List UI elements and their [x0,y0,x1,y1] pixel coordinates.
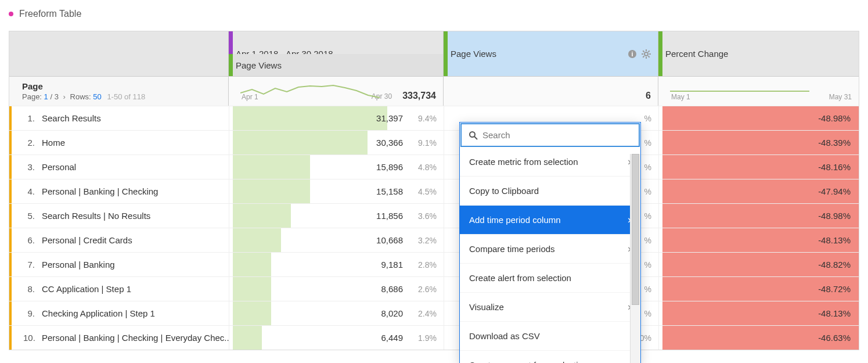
row-page-name: Personal | Credit Cards [42,235,132,245]
percent-change: -48.13% [818,308,851,318]
menu-item[interactable]: Compare time periods› [460,235,640,264]
col1-value[interactable]: 6,4491.9% [229,326,444,350]
row-label[interactable]: 6.Personal | Credit Cards [9,228,229,252]
rows-value[interactable]: 50 [93,92,101,101]
col2-total-peek: 6 [646,91,651,101]
table-row[interactable]: 3.Personal15,8964.8%%-48.16% [9,154,859,179]
row-label[interactable]: 9.Checking Application | Step 1 [9,301,229,325]
percent-change: -48.39% [818,138,851,148]
value-bar [233,131,368,154]
panel-title[interactable]: Freeform Table [19,9,81,19]
percent-change: -48.98% [818,113,851,123]
menu-search[interactable] [460,123,640,147]
table-row[interactable]: 5.Search Results | No Results11,8563.6%%… [9,203,859,228]
col3-value[interactable]: -48.39% [658,131,859,154]
row-label[interactable]: 7.Personal | Banking [9,253,229,276]
value-bar [233,228,281,252]
row-page-name: CC Application | Step 1 [42,284,131,294]
menu-item[interactable]: Visualize› [460,293,640,322]
col1-value[interactable]: 11,8563.6% [229,204,444,228]
freeform-table: Apr 1 2018 - Apr 30 2018 Page Views i Pe… [9,31,859,350]
menu-item[interactable]: Create metric from selection› [460,148,640,177]
svg-line-7 [643,51,644,52]
col3-value[interactable]: -48.82% [658,253,859,276]
table-row[interactable]: 4.Personal | Banking | Checking15,1584.5… [9,179,859,203]
col1-value[interactable]: 8,6862.6% [229,277,444,301]
value-bar [233,204,291,228]
menu-scrollbar[interactable] [630,154,640,363]
col1-value[interactable]: 30,3669.1% [229,131,444,154]
row-label[interactable]: 5.Search Results | No Results [9,204,229,228]
row-page-name: Search Results | No Results [42,211,150,221]
menu-item[interactable]: Add time period column› [460,206,640,235]
col3-value[interactable]: -48.16% [658,155,859,179]
chevron-right-icon[interactable]: › [61,92,68,101]
info-icon[interactable]: i [628,49,637,59]
col1-number: 6,449 [381,333,403,343]
menu-item[interactable]: Download as CSV [460,322,640,351]
pager-current[interactable]: 1 [44,92,48,101]
row-page-name: Personal [42,162,76,172]
table-row[interactable]: 10.Personal | Banking | Checking | Every… [9,325,859,350]
table-row[interactable]: 2.Home30,3669.1%%-48.39% [9,130,859,154]
menu-item[interactable]: Create alert from selection [460,264,640,293]
panel-dot-icon [9,12,13,16]
menu-item[interactable]: Copy to Clipboard [460,177,640,206]
col1-number: 15,158 [376,186,403,196]
dimension-name: Page [22,81,43,91]
scrollbar-thumb[interactable] [632,154,639,305]
row-page-name: Home [42,138,65,148]
col1-value[interactable]: 8,0202.4% [229,301,444,325]
pager-sep: / [50,92,52,101]
col1-value[interactable]: 15,1584.5% [229,179,444,203]
column-grip[interactable] [229,54,233,76]
col3-value[interactable]: -48.98% [658,204,859,228]
dimension-header[interactable]: Page Page: 1 / 3 › Rows: 50 1-50 of 118 [9,77,229,106]
table-row[interactable]: 9.Checking Application | Step 18,0202.4%… [9,301,859,325]
col1-value[interactable]: 15,8964.8% [229,155,444,179]
header-page-views-2[interactable]: Page Views i [444,31,658,77]
col3-value[interactable]: -48.98% [658,106,859,130]
value-bar [233,326,262,350]
svg-text:i: i [631,51,633,57]
col3-value[interactable]: -48.13% [658,301,859,325]
header-percent-change[interactable]: Percent Change [658,31,859,77]
svg-line-8 [649,56,650,57]
table-body: 1.Search Results31,3979.4%%-48.98%2.Home… [9,106,859,350]
col3-value[interactable]: -48.13% [658,228,859,252]
sparkline [670,82,809,100]
col3-value[interactable]: -47.94% [658,179,859,203]
table-row[interactable]: 8.CC Application | Step 18,6862.6%%-48.7… [9,276,859,301]
menu-search-input[interactable] [482,130,632,140]
menu-item[interactable]: Create segment from selection [460,351,640,363]
col1-summary: Apr 1 Apr 30 333,734 [229,77,444,106]
pager-total: 3 [55,92,59,101]
row-index: 2. [23,138,35,148]
row-page-name: Personal | Banking [42,260,115,269]
column-grip[interactable] [658,31,662,76]
col2-summary: 6 [444,77,658,106]
menu-item-label: Download as CSV [469,331,540,341]
col1-number: 8,686 [381,284,403,294]
row-label[interactable]: 4.Personal | Banking | Checking [9,179,229,203]
column-grip[interactable] [444,31,448,76]
row-label[interactable]: 2.Home [9,131,229,154]
col3-value[interactable]: -46.63% [658,326,859,350]
table-row[interactable]: 1.Search Results31,3979.4%%-48.98% [9,106,859,130]
col1-value[interactable]: 10,6683.2% [229,228,444,252]
table-row[interactable]: 7.Personal | Banking9,1812.8%%-48.82% [9,252,859,276]
col1-percent: 2.6% [411,285,437,294]
col1-value[interactable]: 31,3979.4% [229,106,444,130]
col3-value[interactable]: -48.72% [658,277,859,301]
row-label[interactable]: 8.CC Application | Step 1 [9,277,229,301]
col1-value[interactable]: 9,1812.8% [229,253,444,276]
row-index: 6. [23,235,35,245]
header-page-views-1[interactable]: Page Views [229,54,444,77]
table-row[interactable]: 6.Personal | Credit Cards10,6683.2%%-48.… [9,228,859,252]
row-label[interactable]: 3.Personal [9,155,229,179]
row-label[interactable]: 1.Search Results [9,106,229,130]
row-label[interactable]: 10.Personal | Banking | Checking | Every… [9,326,229,350]
rows-label: Rows: [70,92,91,101]
percent-change: -48.82% [818,260,851,269]
gear-icon[interactable] [642,49,651,59]
